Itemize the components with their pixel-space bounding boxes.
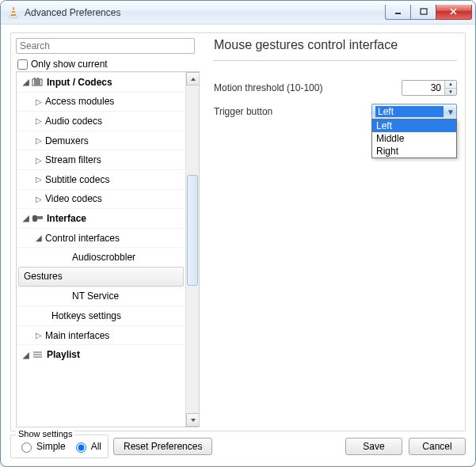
tree-gestures[interactable]: Gestures (18, 267, 184, 287)
trigger-option-left[interactable]: Left (372, 120, 456, 132)
client-area: Only show current ◢ Input / Codecs ▷Acce… (10, 32, 466, 431)
motion-threshold-row: Motion threshold (10-100) ▲ ▼ (214, 78, 457, 97)
radio-simple[interactable] (21, 442, 32, 453)
svg-point-9 (34, 78, 36, 79)
only-show-current-label: Only show current (31, 59, 108, 70)
tree-label: Access modules (44, 96, 114, 107)
show-settings-simple[interactable]: Simple (17, 440, 66, 453)
trigger-button-label: Trigger button (214, 106, 341, 117)
tree-access-modules[interactable]: ▷Access modules (17, 92, 185, 112)
expand-icon: ▷ (34, 175, 44, 184)
tree-label: Hotkeys settings (50, 310, 121, 321)
tree-video-codecs[interactable]: ▷Video codecs (17, 189, 185, 209)
maximize-button[interactable] (410, 5, 436, 20)
tree-label: Control interfaces (44, 233, 120, 244)
only-show-current-check[interactable] (17, 59, 28, 70)
radio-all[interactable] (76, 442, 86, 453)
scroll-down-icon[interactable] (186, 413, 200, 427)
svg-rect-1 (13, 9, 15, 11)
search-input[interactable] (16, 38, 195, 54)
tree-hotkeys-settings[interactable]: Hotkeys settings (17, 306, 185, 325)
svg-rect-0 (10, 16, 17, 18)
collapse-icon: ◢ (21, 78, 31, 86)
spin-down-icon[interactable]: ▼ (445, 89, 456, 96)
tree-audio-codecs[interactable]: ▷Audio codecs (17, 111, 185, 131)
svg-rect-8 (34, 79, 40, 85)
collapse-icon: ◢ (21, 351, 31, 359)
expand-icon: ▷ (34, 116, 44, 125)
playlist-icon (31, 349, 45, 360)
scroll-up-icon[interactable] (186, 72, 200, 85)
svg-rect-11 (32, 215, 37, 222)
svg-point-10 (37, 78, 39, 79)
trigger-button-dropdown[interactable]: Left ▼ (371, 104, 457, 120)
left-pane: Only show current ◢ Input / Codecs ▷Acce… (11, 33, 200, 431)
expand-icon: ▷ (34, 156, 44, 165)
reset-preferences-button[interactable]: Reset Preferences (113, 438, 212, 455)
trigger-options-list: Left Middle Right (371, 119, 457, 158)
cancel-button[interactable]: Cancel (409, 438, 466, 455)
tree-control-interfaces[interactable]: ◢Control interfaces (17, 228, 185, 248)
tree-stream-filters[interactable]: ▷Stream filters (17, 150, 185, 169)
tree-label: NT Service (70, 290, 119, 302)
window-controls (386, 5, 472, 20)
tree-audioscrobbler[interactable]: Audioscrobbler (17, 247, 185, 267)
vlc-icon (7, 6, 20, 19)
tree-subtitle-codecs[interactable]: ▷Subtitle codecs (17, 169, 185, 189)
tree-label: Interface (45, 213, 86, 224)
svg-rect-4 (421, 9, 427, 14)
bottom-bar: Show settings Simple All Reset Preferenc… (10, 433, 466, 460)
tree-input-codecs[interactable]: ◢ Input / Codecs (17, 72, 185, 92)
radio-simple-label: Simple (36, 441, 66, 452)
spin-up-icon[interactable]: ▲ (445, 81, 456, 89)
tree-label: Audio codecs (44, 116, 102, 127)
titlebar[interactable]: Advanced Preferences (1, 1, 475, 25)
show-settings-legend: Show settings (16, 429, 74, 439)
trigger-selected: Left (375, 106, 444, 117)
scroll-thumb[interactable] (187, 175, 198, 286)
tree-label: Main interfaces (44, 330, 109, 341)
close-button[interactable] (436, 5, 472, 20)
chevron-down-icon: ▼ (445, 108, 456, 116)
expand-icon: ▷ (34, 97, 44, 106)
motion-threshold-spinner[interactable]: ▲ ▼ (402, 80, 457, 96)
settings-panel: Mouse gestures control interface Motion … (206, 33, 465, 431)
codecs-icon (31, 77, 45, 88)
minimize-button[interactable] (385, 5, 411, 20)
collapse-icon: ◢ (21, 214, 31, 222)
trigger-button-row: Trigger button Left ▼ Left Middle Right (214, 102, 457, 121)
tree-main-interfaces[interactable]: ▷Main interfaces (17, 325, 185, 345)
show-settings-all[interactable]: All (72, 440, 101, 453)
trigger-option-right[interactable]: Right (372, 145, 456, 158)
tree-label: Gestures (22, 271, 63, 282)
motion-threshold-input[interactable] (402, 81, 444, 95)
trigger-option-middle[interactable]: Middle (372, 132, 456, 145)
tree-items: ◢ Input / Codecs ▷Access modules ▷Audio … (17, 72, 185, 427)
tree-playlist[interactable]: ◢ Playlist (17, 344, 185, 364)
interface-icon (31, 213, 45, 224)
tree-label: Playlist (45, 349, 80, 360)
tree-label: Video codecs (44, 193, 102, 204)
save-button[interactable]: Save (345, 438, 402, 455)
only-show-current-checkbox[interactable]: Only show current (16, 57, 198, 71)
motion-threshold-label: Motion threshold (10-100) (214, 82, 341, 93)
panel-heading: Mouse gestures control interface (214, 38, 457, 61)
tree-label: Demuxers (44, 135, 89, 146)
tree-label: Input / Codecs (45, 77, 112, 88)
tree-label: Subtitle codecs (44, 174, 109, 185)
tree-label: Audioscrobbler (70, 252, 135, 263)
window-title: Advanced Preferences (25, 7, 120, 18)
tree-demuxers[interactable]: ▷Demuxers (17, 131, 185, 150)
expand-icon: ▷ (34, 136, 44, 145)
tree-scrollbar[interactable] (185, 72, 199, 427)
collapse-icon: ◢ (34, 234, 44, 242)
expand-icon: ▷ (34, 331, 44, 340)
tree-nt-service[interactable]: NT Service (17, 287, 185, 306)
window: Advanced Preferences Only show current ◢… (0, 0, 476, 467)
expand-icon: ▷ (34, 195, 44, 203)
show-settings-group: Show settings Simple All (10, 435, 109, 458)
tree-label: Stream filters (44, 154, 101, 165)
svg-rect-2 (12, 13, 15, 14)
prefs-tree: ◢ Input / Codecs ▷Access modules ▷Audio … (16, 71, 200, 427)
tree-interface[interactable]: ◢ Interface (17, 208, 185, 228)
